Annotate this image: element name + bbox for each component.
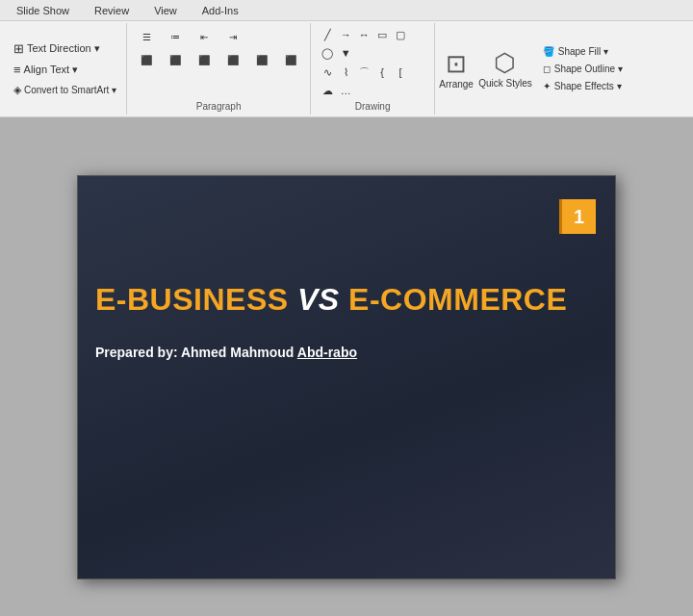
paragraph-label: Paragraph bbox=[133, 101, 304, 112]
bullets-btn[interactable]: ☰ bbox=[133, 26, 160, 47]
presentation-area: 1 E-BUSINESS VS E-COMMERCE Prepared by: … bbox=[0, 117, 693, 616]
increase-indent-btn[interactable]: ⇥ bbox=[219, 26, 246, 47]
double-arrow-tool[interactable]: ↔ bbox=[355, 26, 372, 43]
line-spacing-icon: ⬛ bbox=[285, 55, 296, 65]
brace-tool[interactable]: { bbox=[373, 64, 391, 81]
shape-effects-btn[interactable]: ✦ Shape Effects ▾ bbox=[539, 79, 627, 93]
columns-btn[interactable]: ⬛ bbox=[248, 49, 275, 70]
line-spacing-btn[interactable]: ⬛ bbox=[277, 49, 304, 70]
tab-review[interactable]: Review bbox=[82, 0, 141, 20]
align-right-icon: ⬛ bbox=[198, 55, 210, 65]
bracket-tool[interactable]: [ bbox=[392, 64, 409, 81]
text-tools-group: ⊞ Text Direction ▾ ≡ Align Text ▾ ◈ Conv… bbox=[4, 23, 127, 115]
slide-title-part1: E-BUSINESS bbox=[95, 282, 297, 317]
arrange-btn[interactable]: ⊡ Arrange bbox=[435, 23, 477, 115]
shape-fill-icon: 🪣 bbox=[543, 46, 554, 57]
shape-fill-label: Shape Fill ▾ bbox=[558, 46, 608, 57]
paragraph-group: ☰ ≔ ⇤ ⇥ ⬛ ⬛ ⬛ ⬛ ⬛ ⬛ Paragraph bbox=[127, 23, 311, 115]
convert-smartart-icon: ◈ bbox=[13, 84, 21, 96]
ellipse-tool[interactable]: ◯ bbox=[319, 44, 336, 62]
align-text-icon: ≡ bbox=[13, 63, 21, 77]
slide-subtitle-name: Abd-rabo bbox=[297, 345, 357, 360]
quick-styles-btn[interactable]: ⬡ Quick Styles bbox=[477, 23, 533, 115]
shape-effects-icon: ✦ bbox=[543, 81, 551, 91]
text-direction-btn[interactable]: ⊞ Text Direction ▾ bbox=[10, 39, 120, 58]
decrease-indent-icon: ⇤ bbox=[200, 32, 208, 42]
more-shapes-btn[interactable]: ▼ bbox=[337, 44, 354, 62]
rounded-rect-tool[interactable]: ▢ bbox=[392, 26, 409, 43]
cloud-tool[interactable]: ☁ bbox=[319, 82, 336, 99]
align-left-icon: ⬛ bbox=[141, 55, 152, 65]
line-tool[interactable]: ╱ bbox=[319, 26, 336, 43]
justify-btn[interactable]: ⬛ bbox=[219, 49, 246, 70]
drawing-shapes-row2: ∿ ⌇ ⌒ { [ ☁ … bbox=[319, 64, 426, 99]
slide-subtitle: Prepared by: Ahmed Mahmoud Abd-rabo bbox=[95, 345, 357, 360]
arrow-tool[interactable]: → bbox=[337, 26, 354, 43]
curve-tool[interactable]: ∿ bbox=[319, 64, 336, 81]
text-direction-icon: ⊞ bbox=[13, 41, 24, 56]
shape-effects-label: Shape Effects ▾ bbox=[554, 81, 622, 91]
tab-view[interactable]: View bbox=[141, 0, 190, 20]
freeform-tool[interactable]: ⌇ bbox=[337, 64, 354, 81]
arc-tool[interactable]: ⌒ bbox=[355, 64, 372, 81]
slide-title-part2: E-COMMERCE bbox=[340, 282, 568, 317]
tab-addins[interactable]: Add-Ins bbox=[190, 0, 251, 20]
align-left-btn[interactable]: ⬛ bbox=[133, 49, 160, 70]
drawing-label: Drawing bbox=[319, 101, 426, 112]
columns-icon: ⬛ bbox=[256, 55, 268, 65]
drawing-shapes-row1: ╱ → ↔ ▭ ▢ ◯ ▼ bbox=[319, 26, 426, 62]
drawing-group: ╱ → ↔ ▭ ▢ ◯ ▼ ∿ ⌇ ⌒ { [ ☁ … Drawing bbox=[311, 23, 435, 115]
ribbon-tab-bar: Slide Show Review View Add-Ins bbox=[0, 0, 693, 21]
align-right-btn[interactable]: ⬛ bbox=[191, 49, 218, 70]
align-center-btn[interactable]: ⬛ bbox=[162, 49, 189, 70]
slide-title-vs: VS bbox=[297, 282, 340, 317]
shape-outline-icon: ◻ bbox=[543, 64, 551, 74]
align-text-btn[interactable]: ≡ Align Text ▾ bbox=[10, 61, 120, 79]
align-col-row: ⬛ ⬛ ⬛ ⬛ ⬛ ⬛ bbox=[133, 49, 304, 70]
numbering-icon: ≔ bbox=[170, 32, 180, 42]
slide-number: 1 bbox=[574, 206, 584, 228]
convert-smartart-label: Convert to SmartArt ▾ bbox=[24, 85, 116, 95]
shape-outline-label: Shape Outline ▾ bbox=[554, 64, 623, 74]
convert-smartart-btn[interactable]: ◈ Convert to SmartArt ▾ bbox=[10, 82, 120, 98]
slide-title: E-BUSINESS VS E-COMMERCE bbox=[95, 282, 596, 318]
shape-outline-btn[interactable]: ◻ Shape Outline ▾ bbox=[539, 62, 627, 76]
slide-subtitle-prepared: Prepared by: Ahmed Mahmoud bbox=[95, 345, 297, 360]
numbering-btn[interactable]: ≔ bbox=[162, 26, 189, 47]
ribbon-content-area: ⊞ Text Direction ▾ ≡ Align Text ▾ ◈ Conv… bbox=[0, 21, 693, 116]
bullets-indent-row: ☰ ≔ ⇤ ⇥ bbox=[133, 26, 304, 47]
shape-fill-btn[interactable]: 🪣 Shape Fill ▾ bbox=[539, 44, 627, 59]
decrease-indent-btn[interactable]: ⇤ bbox=[191, 26, 218, 47]
arrange-icon: ⊡ bbox=[446, 49, 467, 79]
tab-slideshow[interactable]: Slide Show bbox=[4, 0, 82, 20]
text-direction-label: Text Direction ▾ bbox=[27, 42, 100, 55]
justify-icon: ⬛ bbox=[227, 55, 239, 65]
increase-indent-icon: ⇥ bbox=[229, 32, 237, 42]
bullets-icon: ☰ bbox=[142, 32, 151, 42]
shape-options-group: 🪣 Shape Fill ▾ ◻ Shape Outline ▾ ✦ Shape… bbox=[533, 23, 632, 115]
quick-styles-label: Quick Styles bbox=[478, 78, 532, 90]
slide[interactable]: 1 E-BUSINESS VS E-COMMERCE Prepared by: … bbox=[77, 175, 616, 579]
align-center-icon: ⬛ bbox=[169, 55, 181, 65]
align-text-label: Align Text ▾ bbox=[24, 64, 79, 76]
quick-styles-icon: ⬡ bbox=[494, 48, 516, 78]
expand-shapes-btn[interactable]: … bbox=[337, 82, 354, 99]
arrange-label: Arrange bbox=[439, 79, 474, 90]
rect-tool[interactable]: ▭ bbox=[373, 26, 391, 43]
ribbon: Slide Show Review View Add-Ins ⊞ Text Di… bbox=[0, 0, 693, 117]
slide-number-badge: 1 bbox=[559, 199, 596, 234]
